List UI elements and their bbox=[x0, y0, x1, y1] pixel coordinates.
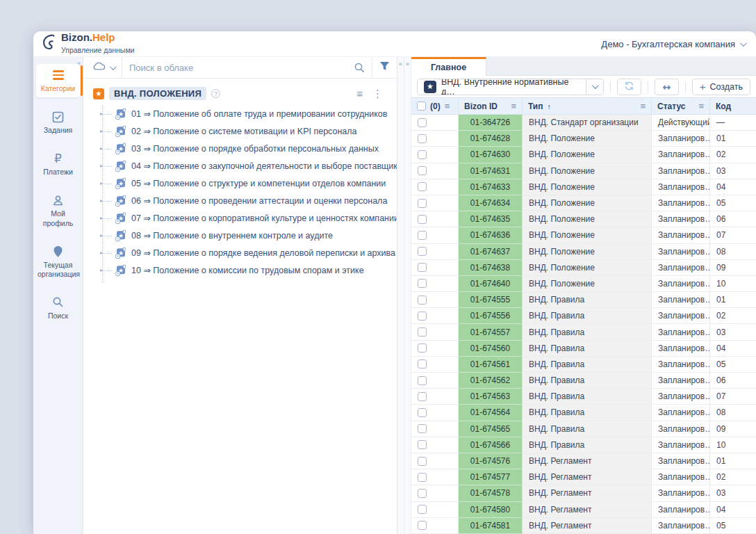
tree-item[interactable]: ▸ ★ 02 ⇒ Положение о системе мотивации и… bbox=[103, 122, 390, 140]
expand-icon[interactable]: ▸ bbox=[100, 215, 103, 221]
tree-item[interactable]: ▸ ★ 01 ⇒ Положение об оплате труда и пре… bbox=[103, 105, 390, 122]
tree-item[interactable]: ▸ ★ 03 ⇒ Положение о порядке обработки п… bbox=[103, 140, 390, 157]
table-row[interactable]: 01-674577 ВНД. Регламент Запланиров… 02 bbox=[411, 469, 756, 485]
dropdown-chevron[interactable] bbox=[586, 79, 603, 95]
column-menu-icon[interactable]: ≡ bbox=[698, 101, 704, 111]
refresh-button[interactable] bbox=[617, 79, 641, 95]
table-row[interactable]: 01-674561 ВНД. Правила Запланиров… 05 bbox=[411, 357, 756, 373]
expand-icon[interactable]: ▸ bbox=[100, 197, 103, 204]
collapse-right-icon[interactable]: » bbox=[406, 60, 409, 67]
row-checkbox[interactable] bbox=[418, 424, 427, 433]
row-checkbox[interactable] bbox=[418, 263, 427, 272]
row-checkbox[interactable] bbox=[418, 247, 427, 256]
row-checkbox[interactable] bbox=[418, 150, 427, 159]
row-checkbox[interactable] bbox=[418, 376, 427, 385]
row-checkbox[interactable] bbox=[418, 457, 427, 466]
row-checkbox[interactable] bbox=[418, 199, 427, 208]
table-row[interactable]: 01-674556 ВНД. Правила Запланиров… 02 bbox=[411, 308, 756, 324]
expand-icon[interactable]: ▸ bbox=[100, 267, 103, 273]
row-checkbox[interactable] bbox=[418, 408, 427, 417]
tree-item[interactable]: ▸ ★ 07 ⇒ Положение о корпоративной культ… bbox=[103, 209, 390, 227]
row-checkbox[interactable] bbox=[418, 359, 427, 369]
type-filter-dropdown[interactable]: ★ ВНД. Внутренние нормативные д… bbox=[417, 79, 604, 95]
select-all-checkbox[interactable] bbox=[417, 102, 426, 111]
header-code[interactable]: Код bbox=[710, 98, 756, 114]
table-row[interactable]: 01-674557 ВНД. Правила Запланиров… 03 bbox=[411, 324, 756, 340]
tree-more-icon[interactable]: ⋮ bbox=[372, 88, 383, 99]
sidebar-item-organization[interactable]: Текущая организация bbox=[36, 241, 80, 283]
expand-icon[interactable]: ▸ bbox=[100, 145, 103, 152]
expand-icon[interactable]: ▸ bbox=[100, 128, 103, 134]
table-row[interactable]: 01-674560 ВНД. Правила Запланиров… 04 bbox=[411, 341, 756, 357]
expand-icon[interactable]: ▸ bbox=[100, 180, 103, 186]
column-menu-icon[interactable]: ≡ bbox=[511, 101, 516, 111]
table-row[interactable]: 01-674576 ВНД. Регламент Запланиров… 01 bbox=[411, 453, 756, 469]
tab-main[interactable]: Главное bbox=[411, 57, 486, 76]
expand-icon[interactable]: ▸ bbox=[100, 232, 103, 238]
filter-button[interactable] bbox=[372, 57, 397, 78]
collapse-left-icon[interactable]: « bbox=[399, 60, 402, 67]
row-checkbox[interactable] bbox=[418, 473, 427, 482]
cloud-search-input[interactable] bbox=[122, 63, 347, 73]
row-checkbox[interactable] bbox=[418, 521, 427, 530]
header-bizon-id[interactable]: Bizon ID ≡ bbox=[459, 98, 523, 114]
cloud-source-dropdown[interactable] bbox=[83, 57, 122, 78]
table-row[interactable]: 01-674564 ВНД. Правила Запланиров… 08 bbox=[411, 405, 756, 421]
table-row[interactable]: 01-674628 ВНД. Положение Запланиров… 01 bbox=[411, 131, 756, 147]
row-checkbox[interactable] bbox=[418, 182, 427, 191]
expand-width-button[interactable]: ↔ bbox=[655, 79, 679, 95]
tree-item[interactable]: ▸ ★ 04 ⇒ Положение о закупочной деятельн… bbox=[103, 157, 390, 175]
column-menu-icon[interactable]: ≡ bbox=[445, 101, 450, 111]
table-row[interactable]: 01-674633 ВНД. Положение Запланиров… 04 bbox=[411, 179, 756, 195]
sidebar-item-categories[interactable]: Категории bbox=[36, 64, 80, 97]
splitter-right[interactable]: » bbox=[404, 57, 411, 534]
table-row[interactable]: 01-674630 ВНД. Положение Запланиров… 02 bbox=[411, 147, 756, 163]
sidebar-item-tasks[interactable]: Задания bbox=[36, 106, 80, 139]
row-checkbox[interactable] bbox=[418, 279, 427, 288]
row-checkbox[interactable] bbox=[418, 118, 427, 127]
row-checkbox[interactable] bbox=[418, 231, 427, 240]
search-submit-icon[interactable] bbox=[347, 62, 372, 74]
table-row[interactable]: 01-674563 ВНД. Правила Запланиров… 07 bbox=[411, 389, 756, 405]
table-row[interactable]: 01-674634 ВНД. Положение Запланиров… 05 bbox=[411, 195, 756, 211]
help-icon[interactable]: ? bbox=[211, 89, 220, 98]
table-row[interactable]: 01-674562 ВНД. Правила Запланиров… 06 bbox=[411, 373, 756, 389]
row-checkbox[interactable] bbox=[418, 166, 427, 175]
expand-icon[interactable]: ▸ bbox=[100, 163, 103, 169]
expand-icon[interactable]: ▸ bbox=[100, 111, 103, 117]
table-row[interactable]: 01-674636 ВНД. Положение Запланиров… 07 bbox=[411, 227, 756, 243]
tree-item[interactable]: ▸ ★ 09 ⇒ Положение о порядке ведения дел… bbox=[103, 244, 390, 261]
sidebar-item-search[interactable]: Поиск bbox=[36, 291, 80, 325]
table-row[interactable]: 01-674565 ВНД. Правила Запланиров… 09 bbox=[411, 421, 756, 437]
table-row[interactable]: 01-674635 ВНД. Положение Запланиров… 06 bbox=[411, 211, 756, 227]
row-checkbox[interactable] bbox=[418, 392, 427, 401]
table-row[interactable]: 01-674580 ВНД. Регламент Запланиров… 04 bbox=[411, 502, 756, 518]
row-checkbox[interactable] bbox=[418, 505, 427, 514]
column-menu-icon[interactable]: ≡ bbox=[640, 101, 646, 111]
table-row[interactable]: 01-674640 ВНД. Положение Запланиров… 10 bbox=[411, 276, 756, 292]
sidebar-item-profile[interactable]: Мой профиль bbox=[36, 189, 80, 232]
expand-icon[interactable]: ▸ bbox=[100, 250, 103, 256]
table-row[interactable]: 01-674566 ВНД. Правила Запланиров… 10 bbox=[411, 437, 756, 453]
sort-asc-icon[interactable]: ↑ bbox=[548, 102, 552, 111]
tree-item[interactable]: ▸ ★ 06 ⇒ Положение о проведении аттестац… bbox=[103, 192, 390, 209]
table-row[interactable]: 01-674638 ВНД. Положение Запланиров… 09 bbox=[411, 260, 756, 276]
row-checkbox[interactable] bbox=[418, 489, 427, 498]
row-checkbox[interactable] bbox=[418, 312, 427, 321]
tree-menu-icon[interactable]: ≡ bbox=[356, 88, 363, 99]
row-checkbox[interactable] bbox=[418, 343, 427, 353]
table-row[interactable]: 01-674578 ВНД. Регламент Запланиров… 03 bbox=[411, 485, 756, 501]
table-row[interactable]: 01-674555 ВНД. Правила Запланиров… 01 bbox=[411, 292, 756, 308]
sidebar-item-payments[interactable]: ₽ Платежи bbox=[36, 147, 80, 181]
table-row[interactable]: 01-674631 ВНД. Положение Запланиров… 03 bbox=[411, 163, 756, 179]
tree-item[interactable]: ▸ ★ 08 ⇒ Положение о внутреннем контроле… bbox=[103, 227, 390, 244]
tree-item[interactable]: ▸ ★ 10 ⇒ Положение о комиссии по трудовы… bbox=[103, 261, 390, 279]
table-row[interactable]: 01-674581 ВНД. Регламент Запланиров… 05 bbox=[411, 518, 756, 534]
row-checkbox[interactable] bbox=[418, 296, 427, 305]
header-status[interactable]: Статус ≡ bbox=[652, 98, 710, 114]
table-row[interactable]: 01-364726 ВНД. Стандарт организации Дейс… bbox=[411, 115, 756, 131]
row-checkbox[interactable] bbox=[418, 215, 427, 224]
tree-item[interactable]: ▸ ★ 05 ⇒ Положение о структуре и компете… bbox=[103, 175, 390, 192]
header-type[interactable]: Тип ↑ ≡ bbox=[523, 98, 652, 114]
row-checkbox[interactable] bbox=[418, 440, 427, 449]
